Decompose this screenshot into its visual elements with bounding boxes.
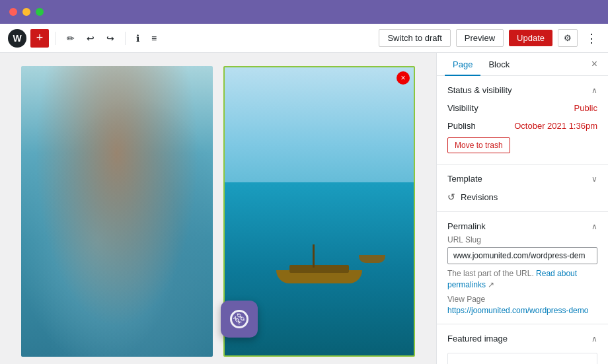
list-view-button[interactable]: ≡ [147,30,161,46]
editor-canvas: × ⛓ [0,53,436,364]
settings-button[interactable]: ⚙ [558,29,578,47]
update-button[interactable]: Update [509,30,552,46]
chain-symbol: ⛓ [231,311,247,327]
permalink-label: Permalink [447,221,486,231]
small-boat [359,255,385,263]
set-featured-image-button[interactable]: Set featured image [447,353,597,364]
revisions-label: Revisions [461,192,498,202]
toolbar-left: W + ✏ ↩ ↪ ℹ ≡ [8,29,373,48]
toolbar-right: Switch to draft Preview Update ⚙ ⋮ [379,28,600,48]
sidebar-tabs: Page Block × [437,53,608,76]
tab-block[interactable]: Block [480,53,517,76]
featured-image-chevron-icon: ∧ [591,334,597,344]
featured-image-header[interactable]: Featured image ∧ [447,330,597,347]
status-visibility-label: Status & visibility [447,85,512,95]
view-page-link[interactable]: https://joomunited.com/wordpress-demo [447,305,597,316]
visibility-value[interactable]: Public [574,103,597,113]
info-button[interactable]: ℹ [132,30,143,46]
image-block-1[interactable] [21,66,213,357]
featured-image-section: Featured image ∧ Set featured image [437,324,608,364]
link-chain-icon: ⛓ [230,310,248,328]
wp-logo[interactable]: W [8,29,26,48]
main-layout: × ⛓ [0,53,608,364]
boat-deck [289,265,349,273]
template-section: Template ∨ ↺ Revisions [437,164,608,212]
pencil-button[interactable]: ✏ [63,30,79,46]
url-slug-input[interactable] [447,247,597,264]
view-page-label: View Page [447,295,597,304]
title-bar [0,0,608,24]
traffic-light-green[interactable] [36,8,44,16]
switch-draft-button[interactable]: Switch to draft [379,29,450,47]
toolbar-divider [56,32,56,45]
toolbar: W + ✏ ↩ ↪ ℹ ≡ Switch to draft Preview Up… [0,24,608,53]
more-options-button[interactable]: ⋮ [583,28,600,48]
publish-label: Publish [447,121,476,131]
status-chevron-icon: ∧ [591,86,597,95]
status-visibility-section: Status & visibility ∧ Visibility Public … [437,76,608,164]
toolbar-divider-2 [125,32,126,45]
underwater-image [21,66,213,357]
permalink-chevron-icon: ∧ [591,222,597,231]
url-info-text: The last part of the URL. Read about per… [447,268,597,291]
traffic-light-red[interactable] [9,8,17,16]
sidebar-panel: Page Block × Status & visibility ∧ Visib… [436,53,608,364]
visibility-label: Visibility [447,103,478,113]
visibility-row: Visibility Public [447,99,597,117]
undo-button[interactable]: ↩ [83,30,98,46]
publish-row: Publish October 2021 1:36pm [447,117,597,135]
floating-link-button[interactable]: ⛓ [221,301,258,338]
template-label: Template [447,174,482,184]
status-visibility-header[interactable]: Status & visibility ∧ [447,81,597,99]
revisions-icon: ↺ [447,192,455,202]
sidebar-close-button[interactable]: × [589,55,600,73]
traffic-light-yellow[interactable] [22,8,30,16]
boat-shape [276,257,362,283]
template-header[interactable]: Template ∨ [447,170,597,188]
template-chevron-icon: ∨ [591,174,597,184]
url-slug-label: URL Slug [447,235,597,244]
preview-button[interactable]: Preview [456,29,504,47]
move-to-trash-button[interactable]: Move to trash [447,137,510,153]
revisions-row[interactable]: ↺ Revisions [447,188,597,206]
permalink-header[interactable]: Permalink ∧ [447,217,597,235]
tab-page[interactable]: Page [445,53,480,76]
add-block-button[interactable]: + [30,29,49,48]
redo-button[interactable]: ↪ [102,30,118,46]
permalink-section: Permalink ∧ URL Slug The last part of th… [437,212,608,324]
close-image-button[interactable]: × [397,71,410,85]
featured-image-label: Featured image [447,334,508,344]
boat-mast [313,244,315,268]
publish-value[interactable]: October 2021 1:36pm [514,121,597,131]
